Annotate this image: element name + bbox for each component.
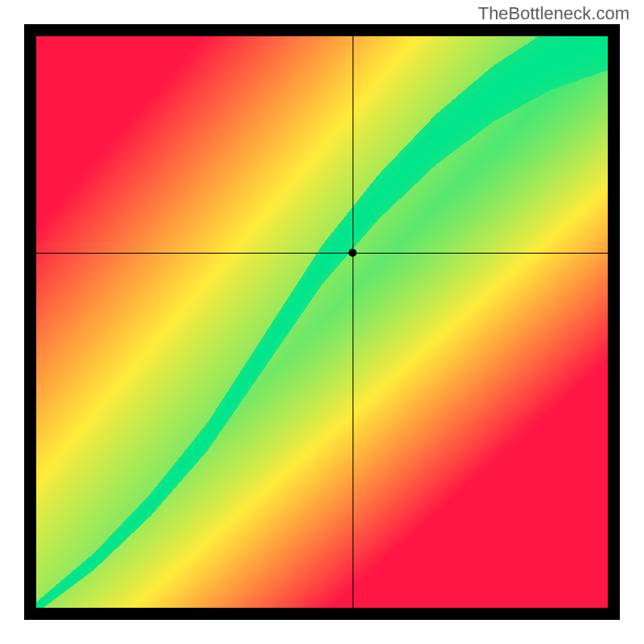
marker-point-icon — [349, 249, 357, 257]
crosshair-vertical — [353, 36, 353, 608]
plot-frame — [24, 24, 620, 620]
watermark-text: TheBottleneck.com — [478, 3, 630, 24]
heatmap-canvas — [36, 36, 608, 608]
chart-container: TheBottleneck.com — [0, 0, 644, 644]
crosshair-horizontal — [36, 253, 608, 254]
plot-area — [36, 36, 608, 608]
